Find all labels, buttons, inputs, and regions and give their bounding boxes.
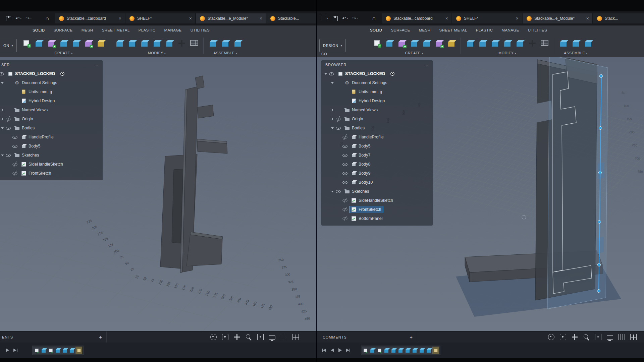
workspace-selector[interactable]: DESIGN [319, 39, 346, 52]
sweep-icon[interactable] [70, 37, 82, 50]
offset-face-icon[interactable] [163, 37, 175, 50]
visibility-eye-icon[interactable] [5, 125, 11, 131]
group-label-assemble[interactable]: ASSEMBLE [557, 50, 594, 55]
ribbon-tab[interactable]: SHEET METAL [435, 26, 471, 34]
browser-tree-item[interactable]: SideHandleSketch [321, 196, 433, 205]
browser-tree-item[interactable]: Body9 [321, 169, 433, 178]
timeline-marker-icon[interactable] [432, 347, 439, 354]
visibility-eye-icon[interactable] [342, 162, 348, 167]
close-tab-icon[interactable]: × [584, 16, 589, 21]
extrude-feature-icon[interactable] [369, 347, 376, 354]
group-label-create[interactable]: CREATE [20, 50, 107, 55]
ribbon-tab[interactable]: SOLID [366, 26, 387, 34]
expand-caret-icon[interactable] [330, 189, 335, 194]
expand-caret-icon[interactable] [0, 125, 5, 131]
document-tab[interactable]: Stackable...e_Module* × [196, 13, 266, 23]
grid-settings-icon[interactable] [619, 334, 625, 340]
play-icon[interactable] [336, 346, 344, 354]
group-label-modify[interactable]: MODIFY [113, 50, 200, 55]
visibility-eye-icon[interactable] [342, 134, 348, 140]
browser-tree-item[interactable]: Units: mm, g [321, 87, 433, 96]
ribbon-tab[interactable]: MESH [415, 26, 435, 34]
comments-bar[interactable]: ENTS + [0, 331, 107, 343]
visibility-eye-icon[interactable] [342, 198, 348, 203]
browser-tree-item[interactable]: FrontSketch [0, 169, 103, 178]
extrude-feature-icon[interactable] [54, 347, 61, 354]
expand-caret-icon[interactable] [330, 80, 335, 85]
save-icon[interactable] [331, 15, 339, 22]
configure-table-icon[interactable] [538, 37, 551, 50]
visibility-eye-icon[interactable] [335, 189, 341, 194]
visibility-eye-icon[interactable] [342, 180, 348, 185]
visibility-eye-icon[interactable] [342, 153, 348, 158]
visibility-eye-icon[interactable] [5, 153, 11, 158]
visibility-eye-icon[interactable] [342, 216, 348, 221]
ribbon-tab[interactable]: SOLID [28, 26, 49, 34]
fit-icon[interactable] [257, 334, 264, 340]
extrude-feature-icon[interactable] [61, 347, 68, 354]
extrude-feature-icon[interactable] [425, 347, 432, 354]
extrude-icon[interactable] [33, 37, 45, 50]
joint-icon[interactable] [557, 37, 570, 50]
activate-radio-icon[interactable] [60, 72, 64, 76]
rigid-group-icon[interactable] [582, 37, 594, 50]
document-tab[interactable]: SHELF* × [452, 13, 522, 23]
form-icon[interactable] [433, 37, 445, 50]
browser-tree-item[interactable]: Body10 [321, 178, 433, 187]
joint-icon[interactable] [207, 37, 219, 50]
browser-tree-item[interactable]: Bodies [0, 123, 103, 132]
ribbon-tab[interactable]: MESH [77, 26, 98, 34]
close-tab-icon[interactable]: × [514, 16, 519, 21]
display-settings-icon[interactable] [607, 335, 613, 340]
ribbon-tab[interactable]: PLASTIC [472, 26, 497, 34]
generative-icon[interactable] [95, 37, 107, 50]
undo-icon[interactable] [341, 15, 350, 22]
extrude-feature-icon[interactable] [418, 347, 425, 354]
ribbon-tab[interactable]: MANAGE [160, 26, 186, 34]
browser-tree-item[interactable]: Body5 [0, 141, 103, 150]
extrude-feature-icon[interactable] [397, 347, 404, 354]
visibility-eye-icon[interactable] [12, 134, 18, 140]
ribbon-tab[interactable]: PLASTIC [134, 26, 160, 34]
viewport-3d-left[interactable]: 225200175150125100755025 255075100125150… [0, 57, 316, 343]
pan-icon[interactable] [572, 334, 578, 340]
close-tab-icon[interactable]: × [187, 16, 192, 21]
minimize-panel-icon[interactable]: – [426, 62, 429, 67]
create-sketch-icon[interactable] [371, 37, 383, 50]
orbit-icon[interactable] [548, 334, 554, 340]
expand-caret-icon[interactable] [323, 71, 329, 76]
shell-icon[interactable] [489, 37, 501, 50]
move-icon[interactable] [526, 37, 538, 50]
visibility-eye-icon[interactable] [12, 143, 18, 149]
browser-tree-item[interactable]: STACKED_LOCKED [0, 69, 103, 78]
skip-end-icon[interactable] [344, 346, 352, 354]
fillet-icon[interactable] [476, 37, 489, 50]
home-icon[interactable] [43, 15, 52, 22]
offset-face-icon[interactable] [514, 37, 526, 50]
pan-icon[interactable] [234, 334, 240, 340]
save-icon[interactable] [4, 15, 13, 22]
close-tab-icon[interactable]: × [258, 16, 262, 21]
skip-end-icon[interactable] [11, 346, 19, 354]
visibility-eye-icon[interactable] [342, 207, 348, 212]
document-tab[interactable]: SHELF* × [125, 13, 195, 23]
new-component-icon[interactable] [570, 37, 582, 50]
document-tab[interactable]: Stackable...e_Module* × [523, 13, 592, 23]
display-settings-icon[interactable] [269, 335, 275, 340]
extrude-feature-icon[interactable] [411, 347, 418, 354]
generative-icon[interactable] [445, 37, 458, 50]
create-sketch-icon[interactable] [20, 37, 33, 50]
add-comment-icon[interactable]: + [410, 334, 413, 340]
press-pull-icon[interactable] [464, 37, 476, 50]
browser-tree-item[interactable]: Document Settings [0, 78, 103, 87]
ribbon-tab[interactable]: SHEET METAL [97, 26, 134, 34]
ribbon-tab[interactable]: UTILITIES [524, 26, 551, 34]
close-tab-icon[interactable]: × [117, 16, 121, 21]
expand-caret-icon[interactable] [330, 107, 335, 113]
activate-radio-icon[interactable] [390, 72, 394, 76]
visibility-eye-icon[interactable] [12, 162, 18, 167]
combine-icon[interactable] [151, 37, 163, 50]
form-icon[interactable] [395, 37, 408, 50]
timeline-marker-icon[interactable] [75, 347, 82, 354]
browser-tree-item[interactable]: SideHandleSketch [0, 160, 103, 169]
